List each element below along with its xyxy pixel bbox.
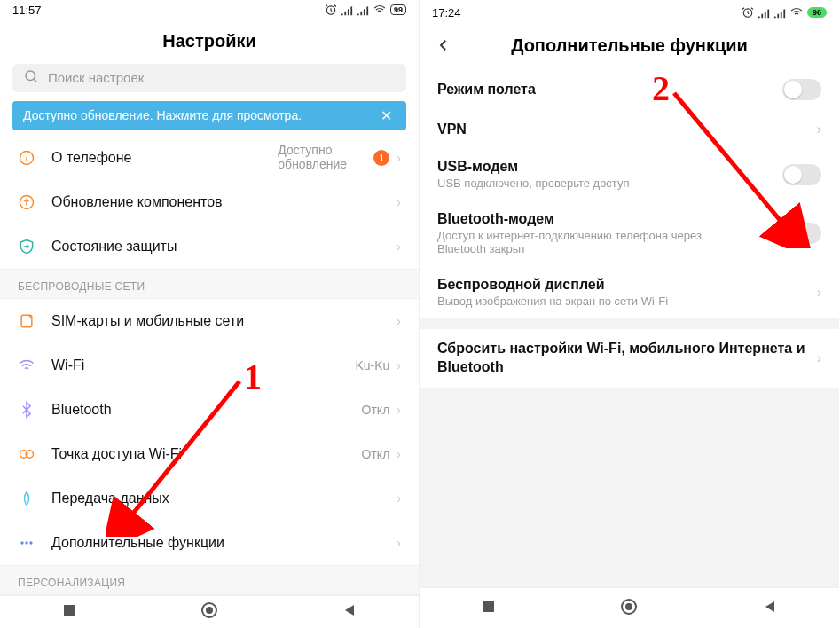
chevron-right-icon: › (396, 195, 401, 209)
row-subtext: Откл (362, 403, 390, 417)
row-usb-modem[interactable]: USB-модем USB подключено, проверьте дост… (420, 148, 839, 200)
nav-back-icon[interactable] (763, 600, 777, 617)
signal-icon (773, 6, 786, 19)
status-time: 11:57 (12, 4, 42, 17)
svg-point-12 (206, 607, 213, 614)
hotspot-icon (18, 445, 51, 463)
chevron-right-icon: › (396, 314, 401, 328)
phone-settings: 11:57 99 Настройки Поиск настроек Доступ… (0, 0, 420, 628)
alarm-icon (325, 4, 337, 16)
row-wireless-display[interactable]: Беспроводной дисплей Вывод изображения н… (420, 266, 839, 318)
row-label: Wi-Fi (51, 357, 355, 373)
toggle-airplane[interactable] (782, 79, 821, 100)
chevron-right-icon: › (396, 447, 401, 461)
item-desc: Доступ к интернет-подключению телефона ч… (437, 229, 721, 255)
toggle-usb[interactable] (782, 164, 821, 185)
chevron-right-icon: › (396, 151, 401, 165)
item-desc: Вывод изображения на экран по сети Wi-Fi (437, 294, 721, 308)
chevron-right-icon: › (396, 536, 401, 550)
row-component-update[interactable]: Обновление компонентов › (0, 180, 419, 224)
row-label: Обновление компонентов (51, 194, 396, 210)
update-icon (18, 193, 51, 211)
row-label: Дополнительные функции (51, 535, 396, 551)
row-subtext: Откл (362, 447, 390, 461)
row-subtext: Ku-Ku (355, 358, 389, 373)
wifi-icon (18, 357, 51, 374)
nav-home-icon[interactable] (200, 601, 218, 623)
close-icon[interactable]: ✕ (377, 107, 396, 124)
row-hotspot[interactable]: Точка доступа Wi-Fi Откл › (0, 432, 419, 476)
battery-icon: 96 (807, 7, 827, 18)
row-subtext: Доступно обновление (278, 144, 366, 171)
row-label: Состояние защиты (51, 239, 396, 255)
status-icons: 96 (742, 6, 827, 19)
item-desc: USB подключено, проверьте доступ (437, 177, 721, 190)
row-sim[interactable]: SIM-карты и мобильные сети › (0, 299, 419, 343)
info-icon (18, 149, 51, 167)
chevron-right-icon: › (396, 239, 401, 254)
item-title: VPN (437, 122, 817, 137)
sim-icon (18, 312, 51, 330)
bluetooth-icon (18, 401, 51, 419)
search-icon (23, 68, 39, 87)
battery-icon: 99 (390, 4, 406, 15)
svg-rect-14 (483, 601, 494, 612)
row-bluetooth-modem[interactable]: Bluetooth-модем Доступ к интернет-подклю… (420, 200, 839, 266)
nav-bar (420, 587, 839, 628)
signal-icon (341, 4, 353, 16)
row-security-status[interactable]: Состояние защиты › (0, 224, 419, 269)
row-airplane-mode[interactable]: Режим полета (420, 68, 839, 111)
row-bluetooth[interactable]: Bluetooth Откл › (0, 388, 419, 432)
page-title: Настройки (0, 20, 419, 64)
nav-bar (0, 595, 419, 628)
svg-point-16 (625, 603, 632, 610)
wifi-icon (373, 4, 387, 16)
row-label: Передача данных (51, 491, 396, 506)
chevron-right-icon: › (396, 403, 401, 417)
row-label: О телефоне (51, 150, 278, 166)
nav-back-icon[interactable] (342, 603, 357, 621)
row-reset-network[interactable]: Сбросить настройки Wi-Fi, мобильного Инт… (420, 329, 839, 388)
search-placeholder: Поиск настроек (48, 70, 144, 85)
status-bar: 11:57 99 (0, 0, 419, 20)
more-icon (18, 534, 51, 552)
toggle-bluetooth-modem[interactable] (782, 223, 821, 244)
row-data-usage[interactable]: Передача данных › (0, 476, 419, 521)
section-personalization: ПЕРСОНАЛИЗАЦИЯ (0, 565, 419, 595)
status-bar: 17:24 96 (420, 0, 839, 25)
status-time: 17:24 (432, 6, 461, 20)
update-banner[interactable]: Доступно обновление. Нажмите для просмот… (12, 101, 406, 130)
signal-icon (357, 4, 369, 16)
item-title: Режим полета (437, 82, 782, 98)
nav-recent-icon[interactable] (62, 603, 76, 621)
chevron-right-icon: › (817, 350, 821, 366)
nav-home-icon[interactable] (620, 598, 638, 619)
svg-point-1 (26, 71, 35, 81)
phone-additional-functions: 17:24 96 Дополнительные функции Режим по… (420, 0, 839, 628)
item-title: Сбросить настройки Wi-Fi, мобильного Инт… (437, 340, 817, 377)
svg-point-8 (25, 541, 27, 544)
alarm-icon (742, 6, 754, 19)
item-title: Беспроводной дисплей (437, 277, 817, 293)
back-button[interactable] (436, 37, 451, 58)
search-input[interactable]: Поиск настроек (12, 64, 406, 92)
chevron-right-icon: › (396, 491, 401, 506)
row-more-functions[interactable]: Дополнительные функции › (0, 521, 419, 565)
svg-point-7 (20, 541, 23, 544)
row-label: SIM-карты и мобильные сети (51, 313, 396, 329)
section-wireless: БЕСПРОВОДНЫЕ СЕТИ (0, 269, 419, 299)
wifi-icon (789, 6, 804, 19)
nav-recent-icon[interactable] (482, 600, 496, 617)
row-about-phone[interactable]: О телефоне Доступно обновление 1 › (0, 136, 419, 180)
chevron-right-icon: › (396, 358, 401, 373)
status-icons: 99 (325, 4, 406, 16)
svg-rect-10 (64, 605, 75, 616)
notification-badge: 1 (373, 150, 389, 166)
banner-text: Доступно обновление. Нажмите для просмот… (23, 108, 302, 122)
row-label: Bluetooth (51, 402, 362, 418)
row-wifi[interactable]: Wi-Fi Ku-Ku › (0, 343, 419, 388)
data-icon (18, 490, 51, 507)
signal-icon (758, 6, 770, 19)
chevron-right-icon: › (817, 122, 821, 137)
row-vpn[interactable]: VPN › (420, 111, 839, 148)
